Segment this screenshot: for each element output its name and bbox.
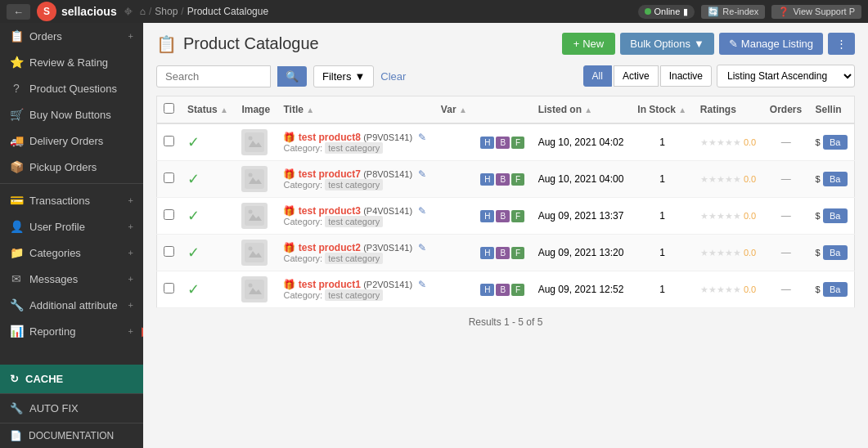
badge-f-1[interactable]: F [511,137,524,149]
sell-button-5[interactable]: Ba [823,282,847,297]
product-name-link-5[interactable]: 🎁 test product1 [283,279,363,290]
categories-icon: 📁 [10,246,23,259]
col-orders: Orders [763,96,809,124]
product-title-3: 🎁 test product3 (P4V0S141) ✎ Category: t… [283,205,427,226]
sidebar-label-delivery: Delivery Orders [29,135,103,147]
sidebar-label-orders: Orders [29,30,62,43]
sell-button-1[interactable]: Ba [823,135,847,150]
col-hbf [474,96,532,124]
sidebar-item-user-profile[interactable]: 👤 User Profile + [0,213,143,240]
product-image-1 [241,129,268,155]
product-var-4 [434,235,474,271]
search-button[interactable]: 🔍 [277,66,307,87]
online-toggle[interactable]: ▮ [683,7,688,17]
clear-link[interactable]: Clear [380,70,406,83]
reindex-button[interactable]: 🔄 Re-index [701,5,765,19]
product-name-link-1[interactable]: 🎁 test product8 [283,132,363,143]
sidebar-item-review-rating[interactable]: ⭐ Review & Rating [0,49,143,75]
sell-button-3[interactable]: Ba [823,208,847,223]
orders-5: — [763,271,809,308]
row-checkbox-4[interactable] [164,246,174,257]
status-inactive-button[interactable]: Inactive [660,65,712,87]
buy-now-icon: 🛒 [10,108,23,121]
orders-4: — [763,235,809,271]
page-header: 📋 Product Catalogue + New Bulk Options ▼… [156,33,855,55]
sidebar-item-reporting[interactable]: 📊 Reporting + ► [0,318,143,344]
sidebar-item-transactions[interactable]: 💳 Transactions + [0,187,143,213]
back-button[interactable]: ← [7,4,30,20]
badge-f-5[interactable]: F [511,284,524,296]
product-name-link-3[interactable]: 🎁 test product3 [283,205,363,217]
new-button[interactable]: + New [562,33,616,55]
sidebar-item-messages[interactable]: ✉ Messages + [0,266,143,292]
edit-icon-4[interactable]: ✎ [418,242,426,253]
badge-b-4[interactable]: B [496,247,510,259]
edit-icon-3[interactable]: ✎ [418,205,426,217]
sell-button-4[interactable]: Ba [823,245,847,260]
badge-b-1[interactable]: B [496,137,510,149]
badge-h-5[interactable]: H [480,284,494,296]
product-table: Status ▲ Image Title ▲ Var ▲ Listed on ▲… [156,96,855,308]
autofix-button[interactable]: 🔧 AUTO FIX [0,393,143,423]
product-name-link-4[interactable]: 🎁 test product2 [283,242,363,253]
extra-button[interactable]: ⋮ [828,33,855,55]
row-checkbox-5[interactable] [164,283,174,293]
edit-icon-5[interactable]: ✎ [418,279,426,290]
product-category-4: Category: test category [283,253,427,263]
user-icon: 👤 [10,220,23,233]
logo-area: S sellacious [37,2,117,21]
stars-4: ★★★★★ [700,248,744,258]
docs-button[interactable]: 📄 DOCUMENTATION [0,423,143,448]
badge-h-2[interactable]: H [480,173,494,186]
manage-listing-button[interactable]: ✎ Manage Listing [719,33,823,55]
sidebar-item-product-questions[interactable]: ? Product Questions [0,75,143,101]
badge-b-2[interactable]: B [496,173,510,186]
sidebar-item-buy-now[interactable]: 🛒 Buy Now Buttons [0,101,143,128]
sidebar-item-delivery[interactable]: 🚚 Delivery Orders [0,128,143,154]
messages-icon: ✉ [10,272,23,285]
breadcrumb-shop[interactable]: Shop [155,6,178,17]
cache-button[interactable]: ↻ CACHE [0,365,143,393]
search-input[interactable] [156,65,271,87]
svg-rect-0 [245,132,264,152]
row-checkbox-2[interactable] [164,172,174,183]
orders-dash-4: — [781,247,791,258]
status-check-2: ✓ [187,171,200,187]
sidebar-item-additional-attr[interactable]: 🔧 Additional attribute + [0,292,143,318]
breadcrumb-home[interactable]: ⌂ [140,6,146,17]
badge-h-1[interactable]: H [480,137,494,149]
sort-select[interactable]: Listing Start Ascending Listing Start De… [717,65,855,87]
orders-1: — [763,123,809,161]
filters-button[interactable]: Filters ▼ [313,65,374,87]
questions-icon: ? [10,82,23,95]
table-body: ✓ 🎁 test product8 (P9V0S141) ✎ Category:… [157,123,855,308]
badge-b-5[interactable]: B [496,284,510,296]
badge-f-3[interactable]: F [511,210,524,222]
badge-f-2[interactable]: F [511,173,524,186]
select-all-checkbox[interactable] [164,103,174,114]
autofix-label: AUTO FIX [29,402,79,414]
sidebar-item-pickup[interactable]: 📦 Pickup Orders [0,154,143,180]
red-arrow-indicator: ► [138,322,143,341]
badge-b-3[interactable]: B [496,210,510,222]
badge-f-4[interactable]: F [511,247,524,259]
stars-5: ★★★★★ [700,284,744,294]
badge-h-3[interactable]: H [480,210,494,222]
status-all-button[interactable]: All [583,65,612,87]
row-checkbox-3[interactable] [164,209,174,220]
bulk-options-button[interactable]: Bulk Options ▼ [620,33,714,55]
edit-icon-1[interactable]: ✎ [418,132,426,143]
sidebar-item-orders[interactable]: 📋 Orders + [0,23,143,49]
sidebar-item-categories[interactable]: 📁 Categories + [0,240,143,266]
hbf-badges-2: H B F [480,173,525,186]
product-name-link-2[interactable]: 🎁 test product7 [283,168,363,180]
sell-button-2[interactable]: Ba [823,172,847,186]
badge-h-4[interactable]: H [480,247,494,259]
row-checkbox-1[interactable] [164,136,174,146]
edit-icon-2[interactable]: ✎ [418,168,426,180]
filters-label: Filters [322,70,351,83]
product-title-5: 🎁 test product1 (P2V0S141) ✎ Category: t… [283,279,427,300]
status-active-button[interactable]: Active [614,65,659,87]
view-support-button[interactable]: ❓ View Support P [771,5,861,19]
sell-area-5: $ Ba [816,282,848,297]
